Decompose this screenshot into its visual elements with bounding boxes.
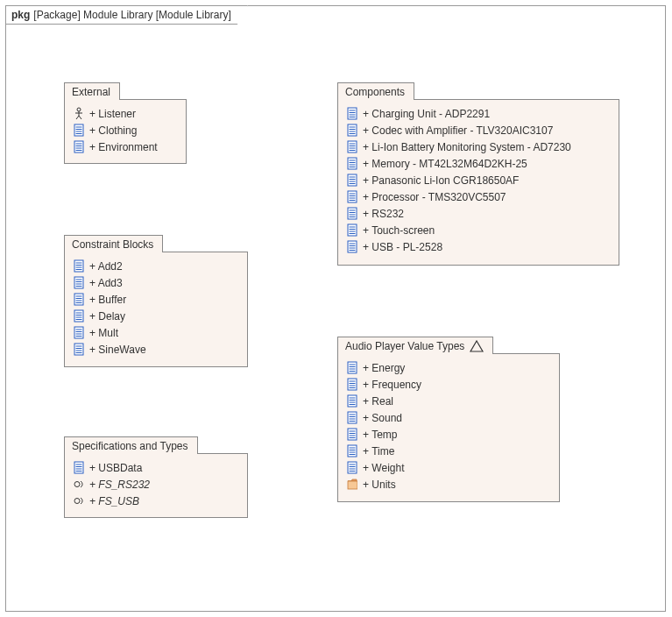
list-item[interactable]: + Panasonic Li-Ion CGR18650AF xyxy=(345,172,612,188)
block-icon xyxy=(345,207,359,220)
list-item[interactable]: + RS232 xyxy=(345,205,612,222)
list-item[interactable]: + Delay xyxy=(72,308,240,324)
list-item-label: + Sound xyxy=(363,412,402,424)
block-icon xyxy=(345,174,359,187)
package-constraints-title: Constraint Blocks xyxy=(72,238,153,251)
list-item-label: + Charging Unit - ADP2291 xyxy=(363,108,490,120)
list-item-label: + Clothing xyxy=(89,124,137,137)
list-item-label: + Environment xyxy=(89,141,158,153)
list-item-label: + Frequency xyxy=(363,379,421,391)
list-item-label: + Add3 xyxy=(89,277,123,289)
frame-header-tab: pkg [Package] Module Library [Module Lib… xyxy=(5,5,248,25)
package-specs-tab: Specifications and Types xyxy=(64,436,198,454)
list-item-label: + USB - PL-2528 xyxy=(363,241,442,253)
list-item[interactable]: + FS_RS232 xyxy=(72,476,240,493)
triangle-icon xyxy=(470,340,484,352)
package-specs-body: + USBData+ FS_RS232+ FS_USB xyxy=(65,454,247,516)
list-item-label: + Codec with Amplifier - TLV320AIC3107 xyxy=(363,124,553,137)
package-external-tab: External xyxy=(64,82,120,100)
list-item[interactable]: + Weight xyxy=(345,459,552,476)
list-item-label: + Time xyxy=(363,445,394,457)
block-icon xyxy=(345,157,359,170)
package-constraints[interactable]: Constraint Blocks + Add2+ Add3+ Buffer+ … xyxy=(64,252,248,367)
list-item-label: + Real xyxy=(363,395,393,408)
list-item-label: + FS_USB xyxy=(89,495,139,507)
list-item-label: + Panasonic Li-Ion CGR18650AF xyxy=(363,174,519,187)
package-components-tab: Components xyxy=(337,82,414,100)
block-icon xyxy=(72,259,86,273)
list-item[interactable]: + Processor - TMS320VC5507 xyxy=(345,188,612,205)
list-item-label: + Touch-screen xyxy=(363,224,435,237)
list-item[interactable]: + USBData xyxy=(72,459,240,476)
package-external-title: External xyxy=(72,86,110,98)
package-components-title: Components xyxy=(345,86,405,98)
block-icon xyxy=(72,326,86,339)
list-item[interactable]: + Temp xyxy=(345,426,552,443)
list-item[interactable]: + Sound xyxy=(345,409,552,426)
diagram-canvas: pkg [Package] Module Library [Module Lib… xyxy=(0,0,672,617)
package-frame: pkg [Package] Module Library [Module Lib… xyxy=(5,5,666,612)
list-item[interactable]: + Real xyxy=(345,393,552,409)
package-constraints-tab: Constraint Blocks xyxy=(64,235,163,252)
block-icon xyxy=(345,107,359,120)
package-external[interactable]: External + Listener+ Clothing+ Environme… xyxy=(64,99,187,164)
block-icon xyxy=(72,293,86,306)
list-item[interactable]: + Environment xyxy=(72,138,179,155)
list-item[interactable]: + USB - PL-2528 xyxy=(345,238,612,255)
package-valuetypes-title: Audio Player Value Types xyxy=(345,340,464,352)
list-item[interactable]: + Units xyxy=(345,476,552,493)
block-icon xyxy=(72,124,86,137)
list-item-label: + USBData xyxy=(89,462,142,474)
list-item[interactable]: + Clothing xyxy=(72,122,179,138)
list-item-label: + Memory - MT42L32M64D2KH-25 xyxy=(363,158,527,170)
package-valuetypes[interactable]: Audio Player Value Types + Energy+ Frequ… xyxy=(337,353,560,502)
block-icon xyxy=(345,461,359,474)
block-icon xyxy=(72,309,86,323)
list-item-label: + Energy xyxy=(363,362,405,374)
list-item[interactable]: + Add2 xyxy=(72,258,240,274)
block-icon xyxy=(72,343,86,356)
block-icon xyxy=(345,223,359,237)
list-item-label: + Units xyxy=(363,479,396,491)
package-specs-title: Specifications and Types xyxy=(72,440,188,452)
folder-icon xyxy=(345,478,359,491)
block-icon xyxy=(345,444,359,457)
frame-kind: [Package] xyxy=(33,9,80,21)
block-icon xyxy=(72,461,86,474)
list-item-label: + Buffer xyxy=(89,294,126,306)
package-specs[interactable]: Specifications and Types + USBData+ FS_R… xyxy=(64,453,248,518)
package-components-body: + Charging Unit - ADP2291+ Codec with Am… xyxy=(338,100,619,262)
list-item[interactable]: + Energy xyxy=(345,359,552,376)
list-item[interactable]: + Li-Ion Battery Monitoring System - AD7… xyxy=(345,138,612,155)
list-item[interactable]: + Touch-screen xyxy=(345,222,612,238)
list-item[interactable]: + Add3 xyxy=(72,274,240,291)
block-icon xyxy=(345,140,359,153)
list-item-label: + Mult xyxy=(89,327,118,339)
actor-icon xyxy=(72,107,86,120)
list-item[interactable]: + Buffer xyxy=(72,291,240,308)
frame-name: Module Library xyxy=(83,9,152,21)
list-item[interactable]: + Codec with Amplifier - TLV320AIC3107 xyxy=(345,122,612,138)
package-components[interactable]: Components + Charging Unit - ADP2291+ Co… xyxy=(337,99,619,266)
list-item-label: + SineWave xyxy=(89,344,146,356)
list-item[interactable]: + FS_USB xyxy=(72,493,240,509)
list-item[interactable]: + Charging Unit - ADP2291 xyxy=(345,105,612,122)
list-item-label: + Add2 xyxy=(89,260,123,273)
block-icon xyxy=(345,190,359,203)
block-icon xyxy=(345,411,359,424)
list-item[interactable]: + Mult xyxy=(72,324,240,341)
list-item[interactable]: + Frequency xyxy=(345,376,552,393)
interface-icon xyxy=(72,478,86,491)
package-valuetypes-tab: Audio Player Value Types xyxy=(337,337,493,354)
list-item[interactable]: + Time xyxy=(345,443,552,459)
list-item[interactable]: + Listener xyxy=(72,105,179,122)
interface-icon xyxy=(72,494,86,507)
block-icon xyxy=(345,124,359,137)
list-item-label: + RS232 xyxy=(363,208,404,220)
package-external-body: + Listener+ Clothing+ Environment xyxy=(65,100,186,162)
frame-kind-kw: pkg xyxy=(11,9,30,21)
block-icon xyxy=(345,428,359,441)
list-item[interactable]: + SineWave xyxy=(72,341,240,358)
list-item-label: + Weight xyxy=(363,462,404,474)
list-item[interactable]: + Memory - MT42L32M64D2KH-25 xyxy=(345,155,612,172)
